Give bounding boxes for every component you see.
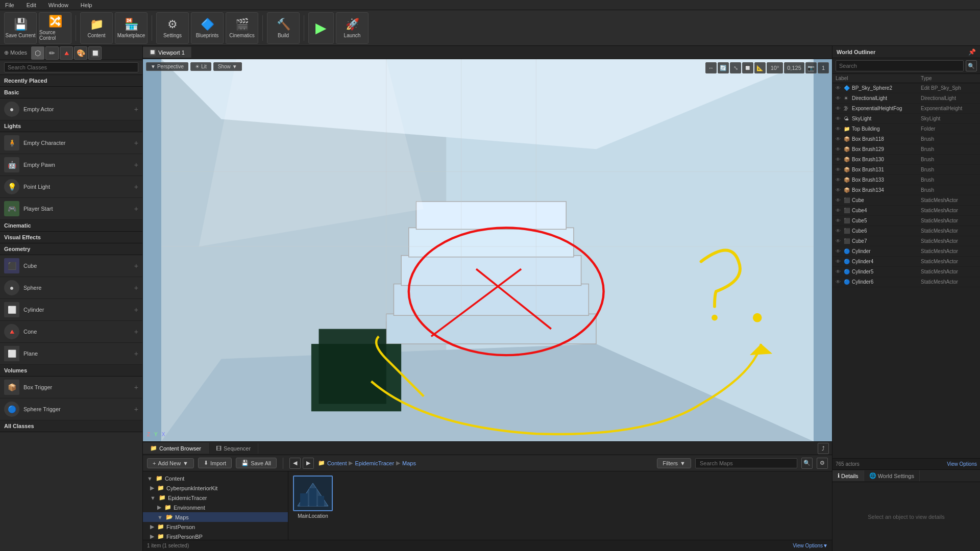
section-all-classes[interactable]: All Classes bbox=[0, 420, 142, 432]
empty-pawn-add-icon[interactable]: + bbox=[134, 161, 138, 169]
section-geometry[interactable]: Geometry bbox=[0, 243, 142, 255]
visibility-icon[interactable]: 👁 bbox=[836, 85, 844, 91]
tab-world-settings[interactable]: 🌐 World Settings bbox=[864, 470, 920, 481]
place-plane[interactable]: ⬜ Plane + bbox=[0, 343, 142, 365]
filters-button[interactable]: Filters ▼ bbox=[657, 458, 691, 468]
visibility-icon[interactable]: 👁 bbox=[836, 106, 844, 111]
blueprints-button[interactable]: 🔷 Blueprints bbox=[191, 12, 224, 44]
breadcrumb-content[interactable]: Content bbox=[327, 460, 347, 466]
place-empty-character[interactable]: 🧍 Empty Character + bbox=[0, 132, 142, 154]
menu-help[interactable]: Help bbox=[78, 1, 95, 9]
cylinder-add-icon[interactable]: + bbox=[134, 306, 138, 314]
place-sphere-trigger[interactable]: 🔵 Sphere Trigger + bbox=[0, 398, 142, 420]
visibility-icon[interactable]: 👁 bbox=[836, 228, 844, 234]
visibility-icon[interactable]: 👁 bbox=[836, 197, 844, 203]
outliner-item[interactable]: 👁 ☀ DirectionalLight DirectionalLight bbox=[832, 93, 980, 104]
outliner-item[interactable]: 👁 📦 Box Brush118 Brush bbox=[832, 134, 980, 144]
save-all-button[interactable]: 💾 Save All bbox=[236, 458, 277, 468]
outliner-item[interactable]: 👁 🌤 SkyLight SkyLight bbox=[832, 114, 980, 124]
outliner-item[interactable]: 👁 📦 Box Brush134 Brush bbox=[832, 185, 980, 195]
source-control-button[interactable]: 🔀 Source Control bbox=[39, 12, 71, 44]
mode-paint-icon[interactable]: ✏ bbox=[45, 46, 59, 60]
outliner-item[interactable]: 👁 🌫 ExponentialHeightFog ExponentialHeig… bbox=[832, 104, 980, 114]
section-visual-effects[interactable]: Visual Effects bbox=[0, 232, 142, 243]
save-current-button[interactable]: 💾 Save Current bbox=[4, 12, 37, 44]
cube-add-icon[interactable]: + bbox=[134, 262, 138, 270]
search-maps-button[interactable]: 🔍 bbox=[801, 458, 813, 469]
place-cone[interactable]: 🔺 Cone + bbox=[0, 321, 142, 343]
import-button[interactable]: ⬇ Import bbox=[198, 458, 232, 468]
outliner-item[interactable]: 👁 🔵 Cylinder4 StaticMeshActor bbox=[832, 257, 980, 267]
outliner-item[interactable]: 👁 🔷 BP_Sky_Sphere2 Edit BP_Sky_Sph bbox=[832, 83, 980, 93]
play-button[interactable]: ▶ bbox=[308, 12, 334, 44]
outliner-item[interactable]: 👁 📦 Box Brush129 Brush bbox=[832, 144, 980, 155]
visibility-icon[interactable]: 👁 bbox=[836, 259, 844, 264]
vp-tool-rotate[interactable]: 🔄 bbox=[718, 62, 729, 73]
place-sphere[interactable]: ● Sphere + bbox=[0, 277, 142, 299]
vp-tool-translate[interactable]: ↔ bbox=[705, 62, 717, 73]
place-point-light[interactable]: 💡 Point Light + bbox=[0, 176, 142, 198]
tab-details[interactable]: ℹ Details bbox=[832, 470, 864, 481]
outliner-item[interactable]: 👁 ⬛ Cube5 StaticMeshActor bbox=[832, 216, 980, 226]
tree-maps[interactable]: ▼ 📂 Maps bbox=[143, 512, 288, 522]
outliner-search-button[interactable]: 🔍 bbox=[966, 60, 977, 71]
vp-layers[interactable]: 1 bbox=[818, 62, 829, 73]
vp-grid-size[interactable]: 10° bbox=[767, 62, 783, 73]
outliner-item[interactable]: 👁 ⬛ Cube4 StaticMeshActor bbox=[832, 206, 980, 216]
tab-sequencer[interactable]: 🎞 Sequencer bbox=[209, 443, 258, 454]
nav-forward-button[interactable]: ▶ bbox=[303, 458, 314, 469]
mode-landscape-icon[interactable]: 🔺 bbox=[60, 46, 73, 60]
mode-foliage-icon[interactable]: 🎨 bbox=[74, 46, 87, 60]
content-button[interactable]: 📁 Content bbox=[80, 12, 113, 44]
place-box-trigger[interactable]: 📦 Box Trigger + bbox=[0, 377, 142, 398]
sphere-trigger-add-icon[interactable]: + bbox=[134, 405, 138, 413]
outliner-item[interactable]: 👁 ⬛ Cube StaticMeshActor bbox=[832, 195, 980, 206]
visibility-icon[interactable]: 👁 bbox=[836, 218, 844, 223]
vp-tool-surface[interactable]: 📐 bbox=[754, 62, 766, 73]
lit-button[interactable]: ☀ Lit bbox=[190, 62, 211, 71]
place-cylinder[interactable]: ⬜ Cylinder + bbox=[0, 299, 142, 321]
vp-tool-mode[interactable]: 🔲 bbox=[742, 62, 753, 73]
launch-button[interactable]: 🚀 Launch bbox=[336, 12, 369, 44]
place-empty-actor[interactable]: ● Empty Actor + bbox=[0, 98, 142, 120]
visibility-icon[interactable]: 👁 bbox=[836, 269, 844, 274]
asset-mainlocation[interactable]: MainLocation bbox=[292, 475, 333, 519]
folder-tree[interactable]: ▼ 📁 Content ▶ 📁 CyberpunkInteriorKit ▼ 📁… bbox=[143, 471, 288, 540]
visibility-icon[interactable]: 👁 bbox=[836, 167, 844, 172]
nav-back-button[interactable]: ◀ bbox=[289, 458, 301, 469]
marketplace-button[interactable]: 🏪 Marketplace bbox=[115, 12, 148, 44]
section-basic[interactable]: Basic bbox=[0, 87, 142, 98]
outliner-item[interactable]: 👁 ⬛ Cube6 StaticMeshActor bbox=[832, 226, 980, 236]
add-new-button[interactable]: + Add New ▼ bbox=[147, 458, 194, 468]
visibility-icon[interactable]: 👁 bbox=[836, 146, 844, 152]
viewport[interactable]: ▼ Perspective ☀ Lit Show ▼ ↔ 🔄 bbox=[143, 59, 832, 441]
point-light-add-icon[interactable]: + bbox=[134, 183, 138, 191]
visibility-icon[interactable]: 👁 bbox=[836, 95, 844, 101]
vp-scale-value[interactable]: 0,125 bbox=[784, 62, 804, 73]
outliner-item[interactable]: 👁 📦 Box Brush131 Brush bbox=[832, 165, 980, 175]
outliner-item[interactable]: 👁 📁 Top Building Folder bbox=[832, 124, 980, 134]
breadcrumb-maps[interactable]: Maps bbox=[402, 460, 416, 466]
search-classes-input[interactable] bbox=[4, 62, 138, 72]
empty-character-add-icon[interactable]: + bbox=[134, 139, 138, 147]
sphere-add-icon[interactable]: + bbox=[134, 284, 138, 292]
search-maps-input[interactable] bbox=[695, 458, 797, 468]
mode-select-icon[interactable]: ⬡ bbox=[31, 46, 44, 60]
visibility-icon[interactable]: 👁 bbox=[836, 157, 844, 162]
section-lights[interactable]: Lights bbox=[0, 120, 142, 132]
menu-edit[interactable]: Edit bbox=[23, 1, 39, 9]
plane-add-icon[interactable]: + bbox=[134, 349, 138, 358]
outliner-search-input[interactable] bbox=[836, 60, 964, 71]
view-options-link[interactable]: View Options bbox=[947, 461, 977, 467]
outliner-item[interactable]: 👁 📦 Box Brush133 Brush bbox=[832, 175, 980, 185]
asset-area[interactable]: MainLocation bbox=[288, 471, 832, 540]
perspective-button[interactable]: ▼ Perspective bbox=[146, 62, 188, 71]
cone-add-icon[interactable]: + bbox=[134, 328, 138, 336]
tree-environment[interactable]: ▶ 📁 Environment bbox=[143, 503, 288, 512]
tab-content-browser[interactable]: 📁 Content Browser bbox=[143, 443, 209, 454]
visibility-icon[interactable]: 👁 bbox=[836, 177, 844, 183]
place-empty-pawn[interactable]: 🤖 Empty Pawn + bbox=[0, 154, 142, 176]
vp-camera[interactable]: 📷 bbox=[805, 62, 817, 73]
outliner-item[interactable]: 👁 ⬛ Cube7 StaticMeshActor bbox=[832, 236, 980, 246]
visibility-icon[interactable]: 👁 bbox=[836, 238, 844, 244]
